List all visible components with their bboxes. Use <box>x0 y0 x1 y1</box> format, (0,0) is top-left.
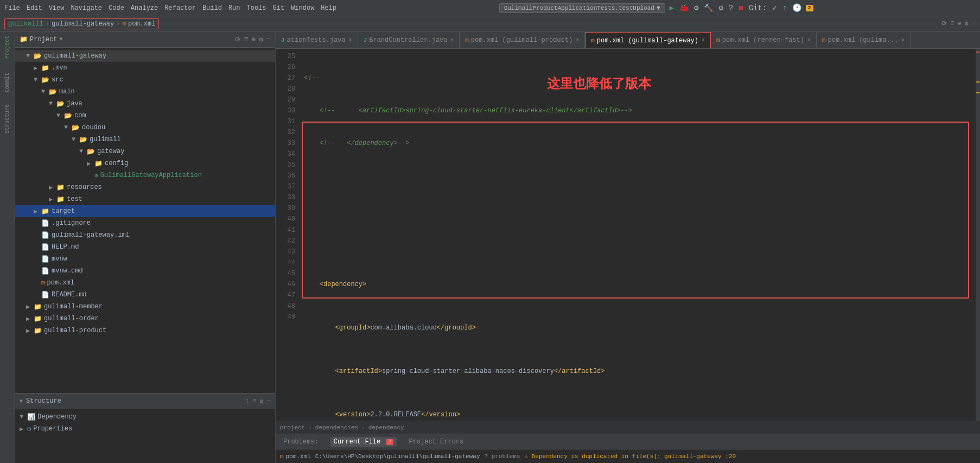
file-tree-action-minus[interactable]: − <box>266 35 271 44</box>
sidebar-structure-icon[interactable]: Structure <box>4 104 10 134</box>
debug-button[interactable]: 🐞 <box>678 2 690 14</box>
structure-action-filter2[interactable]: ≡ <box>252 397 256 405</box>
tree-item-test[interactable]: ▶ 📁 test <box>15 193 275 205</box>
tab-app-tests[interactable]: J ationTests.java × <box>276 32 358 48</box>
tree-item-member[interactable]: ▶ 📁 gulimall-member <box>15 301 275 313</box>
linenum-48: 48 <box>276 301 295 312</box>
file-tree-action-gear[interactable]: ⚙ <box>259 35 263 44</box>
structure-item-properties[interactable]: ▶ ⚙ Properties <box>20 423 271 435</box>
tree-item-mvnw-cmd[interactable]: ▶ 📄 mvnw.cmd <box>15 265 275 277</box>
tab-project-errors[interactable]: Project Errors <box>405 437 467 447</box>
tree-item-app-class[interactable]: ▶ ⚙ GulimallGatewayApplication <box>15 169 275 181</box>
tree-item-com[interactable]: ▼ 📂 com <box>15 110 275 122</box>
breadcrumb-action-refresh[interactable]: ⟳ <box>941 20 947 28</box>
menu-help[interactable]: Help <box>321 4 336 12</box>
tab-close-pom-guli[interactable]: × <box>901 37 905 43</box>
tab-close-app-tests[interactable]: × <box>349 37 352 43</box>
settings-button[interactable]: ⚙ <box>717 2 724 14</box>
tab-close-pom-gateway[interactable]: × <box>702 37 705 43</box>
sidebar-commit-icon[interactable]: Commit <box>4 73 10 92</box>
tree-item-java[interactable]: ▼ 📂 java <box>15 98 275 110</box>
menu-file[interactable]: File <box>4 4 20 12</box>
menu-git[interactable]: Git <box>273 4 285 12</box>
menu-build[interactable]: Build <box>202 4 222 12</box>
tab-close-pom-renren[interactable]: × <box>807 37 811 43</box>
breadcrumb-root[interactable]: gulimall1 <box>8 20 43 28</box>
tree-item-target[interactable]: ▶ 📁 target <box>15 205 275 217</box>
help-icon[interactable]: ? <box>728 3 734 14</box>
structure-expand-icon: ▼ <box>20 398 23 404</box>
folder-icon-order: 📁 <box>34 315 42 323</box>
tab-pom-guli[interactable]: m pom.xml (gulima... × <box>817 32 911 48</box>
scrollbar-right[interactable] <box>976 49 980 421</box>
tree-item-gateway-sub[interactable]: ▼ 📂 gateway <box>15 145 275 157</box>
tree-item-mvn[interactable]: ▶ 📁 .mvn <box>15 62 275 74</box>
tree-item-pom[interactable]: ▶ m pom.xml <box>15 277 275 289</box>
tab-brand-ctrl[interactable]: J BrandController.java × <box>358 32 460 48</box>
tab-close-brand-ctrl[interactable]: × <box>450 37 454 43</box>
menu-refactor[interactable]: Refactor <box>164 4 196 12</box>
tree-item-doudou[interactable]: ▼ 📂 doudou <box>15 122 275 134</box>
menu-edit[interactable]: Edit <box>27 4 42 12</box>
structure-action-minus2[interactable]: − <box>267 397 271 405</box>
comment-27: <!-- </dependency>--> <box>304 138 409 149</box>
tab-pom-product[interactable]: m pom.xml (gulimall-product) × <box>460 32 585 48</box>
menu-code[interactable]: Code <box>109 4 124 12</box>
tab-close-pom-product[interactable]: × <box>576 37 579 43</box>
menu-navigate[interactable]: Navigate <box>71 4 102 12</box>
folder-icon: 📁 <box>20 35 28 43</box>
linenum-40: 40 <box>276 214 295 225</box>
tree-item-gitignore[interactable]: ▶ 📄 .gitignore <box>15 217 275 229</box>
tree-item-mvnw[interactable]: ▶ 📄 mvnw <box>15 253 275 265</box>
tree-item-product[interactable]: ▶ 📁 gulimall-product <box>15 325 275 337</box>
stop-button[interactable]: ■ <box>737 3 744 14</box>
tree-item-iml[interactable]: ▶ 📄 gulimall-gateway.iml <box>15 229 275 241</box>
tree-item-src[interactable]: ▼ 📂 src <box>15 74 275 86</box>
breadcrumb-action-minus[interactable]: − <box>972 20 976 28</box>
linenum-43: 43 <box>276 246 295 257</box>
tab-current-file[interactable]: Current File 7 <box>330 437 397 447</box>
tree-item-help[interactable]: ▶ 📄 HELP.md <box>15 241 275 253</box>
tree-item-main[interactable]: ▼ 📂 main <box>15 86 275 98</box>
menu-view[interactable]: View <box>49 4 65 12</box>
tree-item-order[interactable]: ▶ 📁 gulimall-order <box>15 313 275 325</box>
code-content[interactable]: <!-- <!-- <artifactId>spring-cloud-start… <box>300 49 976 421</box>
breadcrumb-module[interactable]: gulimall-gateway <box>52 20 114 28</box>
breadcrumb-action-gear[interactable]: ⚙ <box>965 20 969 28</box>
file-tree-action-refresh[interactable]: ⟳ <box>235 35 241 44</box>
breadcrumb-file[interactable]: pom.xml <box>128 20 155 28</box>
tree-item-gulimall[interactable]: ▼ 📂 gulimall <box>15 134 275 145</box>
breadcrumb-action-more[interactable]: ⊕ <box>957 20 961 28</box>
git-history-icon[interactable]: 🕐 <box>791 2 803 14</box>
tab-pom-gateway[interactable]: m pom.xml (gulimall-gateway) × <box>585 32 711 48</box>
menu-tools[interactable]: Tools <box>247 4 266 12</box>
tree-arrow: ▼ <box>26 52 34 60</box>
ed-bread-dependencies: dependencies <box>315 424 358 431</box>
tree-arrow: ▼ <box>49 100 56 107</box>
status-bar: m pom.xml C:\Users\HP\Desktop\gulimall1\… <box>276 449 980 463</box>
menu-window[interactable]: Window <box>291 4 314 12</box>
build-button[interactable]: 🔨 <box>703 2 714 14</box>
coverage-button[interactable]: ⚙ <box>693 2 699 14</box>
menu-analyze[interactable]: Analyze <box>131 4 158 12</box>
git-commit-icon[interactable]: ✓ <box>771 2 778 14</box>
tag-groupid-close: </groupId> <box>437 322 476 333</box>
run-config-selector[interactable]: GulimallProductApplicationTests.testUplo… <box>499 3 665 13</box>
tree-item-config[interactable]: ▶ 📁 config <box>15 157 275 169</box>
tree-item-gateway[interactable]: ▼ 📂 gulimall-gateway <box>15 50 275 62</box>
file-tree-action-filter[interactable]: ≡ <box>244 35 249 44</box>
breadcrumb-action-filter[interactable]: ≡ <box>950 20 954 28</box>
structure-action-sort[interactable]: ↕ <box>245 397 249 405</box>
file-tree-action-more[interactable]: ⊕ <box>252 35 256 44</box>
tab-pom-renren[interactable]: m pom.xml (renren-fast) × <box>711 32 817 48</box>
sidebar-project-icon[interactable]: Project <box>4 36 10 59</box>
structure-action-gear2[interactable]: ⚙ <box>260 397 264 405</box>
run-button[interactable]: ▶ <box>669 2 675 14</box>
menu-run[interactable]: Run <box>228 4 240 12</box>
structure-header[interactable]: ▼ Structure ↕ ≡ ⚙ − <box>15 394 275 409</box>
git-push-icon[interactable]: ↑ <box>781 3 788 14</box>
file-tree-panel: 📁 Project ▼ ⟳ ≡ ⊕ ⚙ − ▼ 📂 gulimall-gatew… <box>15 31 276 463</box>
tree-item-readme[interactable]: ▶ 📄 README.md <box>15 289 275 301</box>
tree-item-resources[interactable]: ▶ 📁 resources <box>15 181 275 193</box>
structure-item-dependency[interactable]: ▼ 📊 Dependency <box>20 411 271 423</box>
